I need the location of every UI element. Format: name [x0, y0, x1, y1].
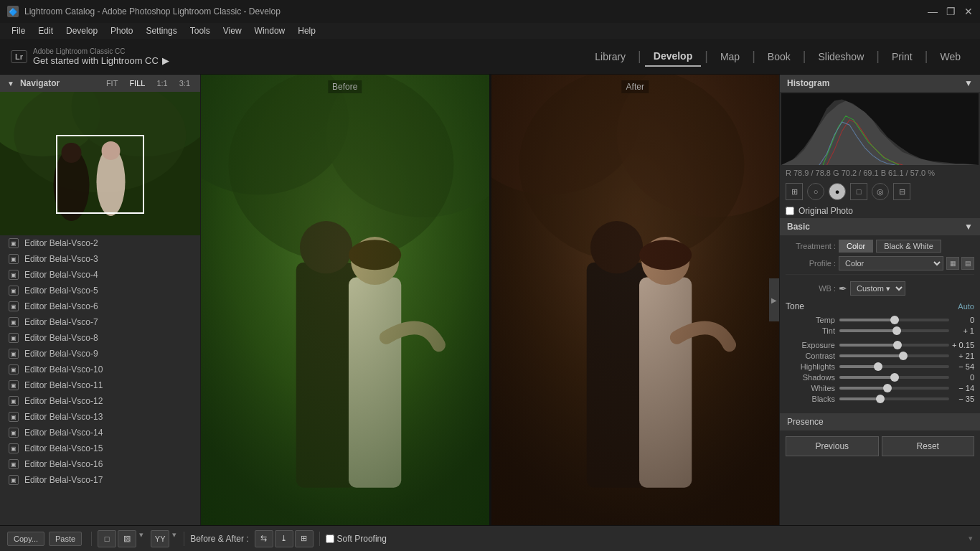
basic-header[interactable]: Basic ▼ — [780, 218, 980, 235]
nav-library[interactable]: Library — [586, 47, 634, 66]
original-photo-label[interactable]: Original Photo — [798, 206, 853, 216]
zoom-1to1-btn[interactable]: 1:1 — [154, 79, 170, 88]
contrast-slider-track[interactable] — [839, 354, 949, 357]
minimize-button[interactable]: — — [928, 6, 938, 17]
blacks-slider-track[interactable] — [839, 397, 949, 400]
whites-slider-track[interactable] — [839, 387, 949, 390]
exposure-slider-track[interactable] — [839, 344, 949, 347]
menu-tools[interactable]: Tools — [184, 24, 216, 37]
temp-slider-thumb[interactable] — [890, 316, 899, 324]
before-after-copy-btn[interactable]: ⤓ — [275, 530, 293, 547]
preset-item[interactable]: ▣ Editor Belal-Vsco-17 — [0, 472, 200, 488]
previous-button[interactable]: Previous — [786, 436, 879, 456]
preset-item[interactable]: ▣ Editor Belal-Vsco-9 — [0, 346, 200, 362]
soft-proofing-label[interactable]: Soft Proofing — [337, 534, 387, 544]
view-dropdown-icon[interactable]: ▾ — [138, 530, 145, 547]
before-after-orient-btn[interactable]: ⊞ — [295, 530, 314, 547]
preset-item[interactable]: ▣ Editor Belal-Vsco-11 — [0, 377, 200, 393]
navigator-header[interactable]: ▼ Navigator FIT FILL 1:1 3:1 — [0, 75, 200, 92]
exposure-slider-thumb[interactable] — [893, 341, 902, 349]
sync-dropdown-icon[interactable]: ▾ — [171, 530, 178, 547]
preset-item[interactable]: ▣ Editor Belal-Vsco-10 — [0, 362, 200, 377]
single-view-btn[interactable]: □ — [98, 530, 116, 547]
sync-btn-1[interactable]: YY — [151, 530, 169, 547]
histogram-icon-square[interactable]: □ — [850, 183, 867, 200]
preset-item[interactable]: ▣ Editor Belal-Vsco-2 — [0, 235, 200, 251]
wb-select[interactable]: Custom ▾ — [850, 281, 905, 296]
preset-item[interactable]: ▣ Editor Belal-Vsco-13 — [0, 409, 200, 425]
nav-book[interactable]: Book — [759, 47, 799, 66]
preset-icon: ▣ — [9, 286, 19, 296]
histogram-icon-filled-circle[interactable]: ● — [829, 183, 846, 200]
histogram-icon-sliders[interactable]: ⊟ — [893, 183, 910, 200]
preset-item[interactable]: ▣ Editor Belal-Vsco-3 — [0, 251, 200, 267]
window-controls[interactable]: — ❐ ✕ — [928, 6, 973, 17]
original-photo-checkbox[interactable] — [786, 207, 794, 215]
soft-proofing-toggle[interactable]: Soft Proofing — [326, 534, 387, 544]
profile-icons: ▦ ▤ — [946, 257, 974, 270]
shadows-slider-thumb[interactable] — [890, 373, 899, 382]
tone-label: Tone — [786, 301, 804, 311]
preset-item[interactable]: ▣ Editor Belal-Vsco-5 — [0, 283, 200, 298]
bw-treatment-btn[interactable]: Black & White — [876, 240, 941, 253]
highlights-slider-thumb[interactable] — [874, 362, 882, 371]
nav-print[interactable]: Print — [883, 47, 921, 66]
menu-file[interactable]: File — [6, 24, 31, 37]
preset-item[interactable]: ▣ Editor Belal-Vsco-4 — [0, 267, 200, 283]
menu-photo[interactable]: Photo — [105, 24, 138, 37]
auto-btn[interactable]: Auto — [958, 302, 974, 311]
tint-slider-thumb[interactable] — [892, 326, 901, 335]
profile-select[interactable]: Color — [839, 256, 943, 270]
shadows-value: 0 — [949, 373, 974, 382]
menu-help[interactable]: Help — [292, 24, 321, 37]
nav-web[interactable]: Web — [931, 47, 969, 66]
whites-slider-thumb[interactable] — [883, 384, 892, 392]
right-panel-collapse-arrow[interactable]: ▶ — [769, 278, 779, 321]
highlights-value: − 54 — [949, 362, 974, 371]
close-button[interactable]: ✕ — [964, 6, 973, 17]
blacks-slider-thumb[interactable] — [876, 395, 885, 403]
temp-slider-track[interactable] — [839, 319, 949, 321]
preset-item[interactable]: ▣ Editor Belal-Vsco-12 — [0, 393, 200, 409]
histogram-icon-ring[interactable]: ◎ — [872, 183, 889, 200]
shadows-slider-track[interactable] — [839, 376, 949, 379]
nav-map[interactable]: Map — [712, 47, 748, 66]
before-after-split-btn[interactable]: ▧ — [118, 530, 136, 547]
preset-icon: ▣ — [9, 254, 19, 264]
reset-button[interactable]: Reset — [882, 436, 975, 456]
nav-slideshow[interactable]: Slideshow — [809, 47, 872, 66]
contrast-slider-thumb[interactable] — [899, 352, 908, 360]
tint-slider-track[interactable] — [839, 329, 949, 332]
color-treatment-btn[interactable]: Color — [839, 240, 873, 253]
preset-item[interactable]: ▣ Editor Belal-Vsco-16 — [0, 456, 200, 472]
histogram-icon-circle[interactable]: ○ — [807, 183, 824, 200]
nav-develop[interactable]: Develop — [645, 47, 701, 67]
soft-proofing-checkbox[interactable] — [326, 534, 334, 543]
paste-button[interactable]: Paste — [49, 532, 82, 546]
histogram-header[interactable]: Histogram ▼ — [780, 75, 980, 92]
preset-item[interactable]: ▣ Editor Belal-Vsco-8 — [0, 330, 200, 346]
presence-header[interactable]: Presence — [780, 413, 980, 430]
maximize-button[interactable]: ❐ — [946, 6, 956, 17]
profile-icon-1[interactable]: ▦ — [946, 257, 959, 270]
menu-develop[interactable]: Develop — [60, 24, 103, 37]
zoom-fit-btn[interactable]: FIT — [103, 79, 121, 88]
before-after-swap-btn[interactable]: ⇆ — [255, 530, 273, 547]
preset-item[interactable]: ▣ Editor Belal-Vsco-14 — [0, 425, 200, 441]
preset-item[interactable]: ▣ Editor Belal-Vsco-6 — [0, 298, 200, 314]
menu-view[interactable]: View — [217, 24, 248, 37]
zoom-fill-btn[interactable]: FILL — [126, 79, 148, 88]
menu-settings[interactable]: Settings — [140, 24, 182, 37]
before-after-controls: ⇆ ⤓ ⊞ — [255, 530, 314, 547]
menu-edit[interactable]: Edit — [32, 24, 59, 37]
profile-icon-2[interactable]: ▤ — [961, 257, 974, 270]
histogram-icon-grid[interactable]: ⊞ — [786, 183, 803, 200]
zoom-3to1-btn[interactable]: 3:1 — [176, 79, 193, 88]
cta-link[interactable]: Get started with Lightroom CC ▶ — [33, 55, 169, 66]
preset-item[interactable]: ▣ Editor Belal-Vsco-7 — [0, 314, 200, 330]
copy-button[interactable]: Copy... — [7, 532, 44, 546]
eyedropper-icon[interactable]: ✒ — [839, 283, 847, 294]
menu-window[interactable]: Window — [249, 24, 291, 37]
preset-item[interactable]: ▣ Editor Belal-Vsco-15 — [0, 441, 200, 456]
highlights-slider-track[interactable] — [839, 365, 949, 368]
